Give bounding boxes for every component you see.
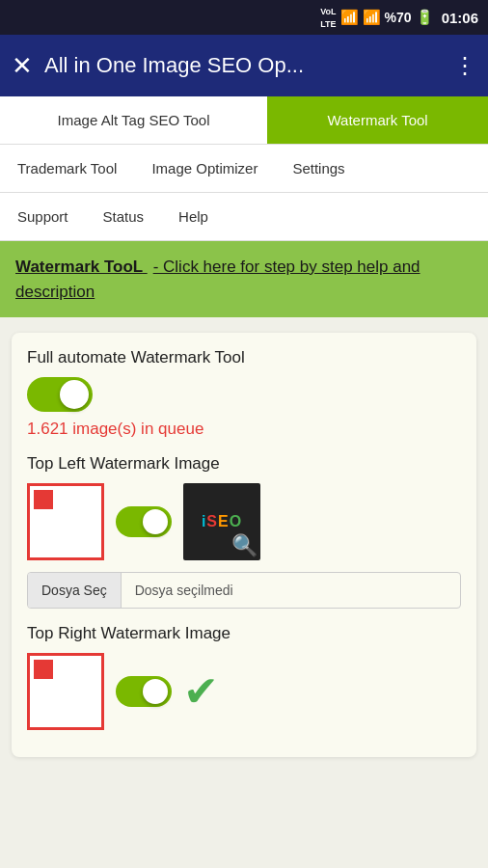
queue-count: 1.621 image(s) in queue xyxy=(27,420,461,439)
status-icons: VoLLTE 📶 📶 %70 🔋 01:06 xyxy=(320,5,478,30)
watermark-card: Full automate Watermark Tool 1.621 image… xyxy=(12,333,476,757)
file-name-display: Dosya seçilmedi xyxy=(122,573,460,608)
file-select-button[interactable]: Dosya Seç xyxy=(28,573,122,608)
time-display: 01:06 xyxy=(442,10,478,26)
toggle-thumb xyxy=(60,380,89,409)
close-button[interactable]: ✕ xyxy=(12,53,33,78)
top-right-section: Top Right Watermark Image ✔ xyxy=(27,624,461,730)
signal-text: VoLLTE xyxy=(320,5,336,30)
nav-help[interactable]: Help xyxy=(161,193,226,240)
seo-letter-o: O xyxy=(230,513,242,529)
automate-toggle[interactable] xyxy=(27,377,93,412)
top-left-toggle[interactable] xyxy=(116,506,172,537)
battery-icon: 🔋 xyxy=(416,9,434,26)
seo-letter-e: E xyxy=(218,513,230,529)
banner-content: Watermark TooL - Click here for step by … xyxy=(15,255,473,304)
nav-row-3: Support Status Help xyxy=(0,193,488,241)
automate-label: Full automate Watermark Tool xyxy=(27,348,461,367)
top-right-image-box[interactable] xyxy=(27,653,104,730)
app-title: All in One Image SEO Op... xyxy=(44,53,442,78)
nav-row-2: Trademark Tool Image Optimizer Settings xyxy=(0,145,488,193)
corner-accent xyxy=(34,490,53,509)
automate-toggle-container xyxy=(27,377,461,412)
checkmark-icon: ✔ xyxy=(183,670,219,713)
nav-row-1: Image Alt Tag SEO Tool Watermark Tool xyxy=(0,96,488,145)
nav-trademark-tool[interactable]: Trademark Tool xyxy=(0,145,134,192)
nav-support[interactable]: Support xyxy=(0,193,86,240)
nav-status[interactable]: Status xyxy=(86,193,162,240)
top-right-toggle[interactable] xyxy=(116,676,172,707)
top-right-toggle-thumb xyxy=(143,679,168,704)
top-right-label: Top Right Watermark Image xyxy=(27,624,461,643)
banner-tool-link[interactable]: Watermark TooL xyxy=(15,258,148,276)
automate-section: Full automate Watermark Tool xyxy=(27,348,461,412)
seo-preview-image: iSEO 🔍 xyxy=(183,483,260,560)
top-left-label: Top Left Watermark Image xyxy=(27,454,461,474)
banner-link-text: Watermark TooL xyxy=(15,258,143,276)
network-icon: 📶 xyxy=(363,9,381,26)
nav-image-alt-tag[interactable]: Image Alt Tag SEO Tool xyxy=(0,96,267,144)
file-chooser: Dosya Seç Dosya seçilmedi xyxy=(27,572,461,609)
main-content: Full automate Watermark Tool 1.621 image… xyxy=(0,317,488,868)
top-left-toggle-thumb xyxy=(143,509,168,534)
top-right-corner-accent xyxy=(34,660,53,679)
status-bar: VoLLTE 📶 📶 %70 🔋 01:06 xyxy=(0,0,488,35)
battery-percent: %70 xyxy=(385,10,412,25)
magnifier-icon: 🔍 xyxy=(231,533,258,558)
seo-letter-s: S xyxy=(206,513,218,529)
help-banner[interactable]: Watermark TooL - Click here for step by … xyxy=(0,241,488,317)
top-left-watermark-row: iSEO 🔍 xyxy=(27,483,461,560)
nav-watermark-tool[interactable]: Watermark Tool xyxy=(267,96,488,144)
navigation: Image Alt Tag SEO Tool Watermark Tool Tr… xyxy=(0,96,488,241)
nav-image-optimizer[interactable]: Image Optimizer xyxy=(134,145,275,192)
nav-settings[interactable]: Settings xyxy=(275,145,362,192)
top-right-watermark-row: ✔ xyxy=(27,653,461,730)
top-bar: ✕ All in One Image SEO Op... ⋮ xyxy=(0,35,488,96)
menu-button[interactable]: ⋮ xyxy=(453,52,476,79)
wifi-icon: 📶 xyxy=(340,9,359,26)
top-left-image-box[interactable] xyxy=(27,483,104,560)
